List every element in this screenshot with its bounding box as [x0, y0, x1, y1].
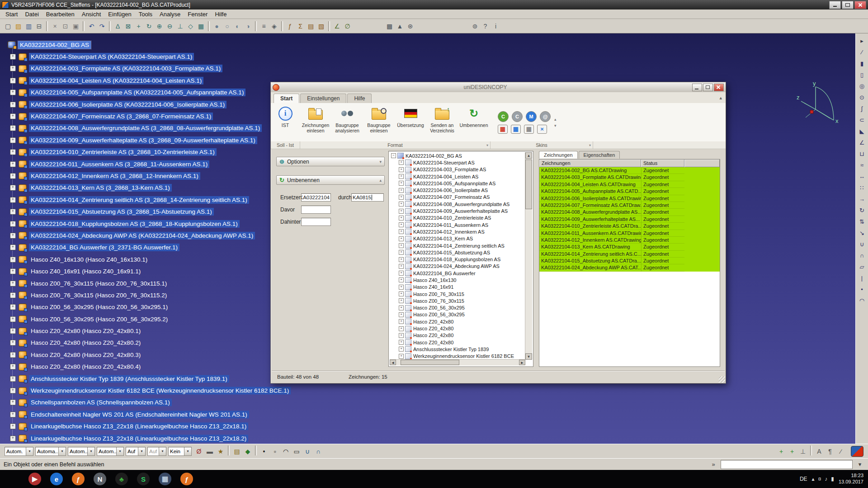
expand-icon[interactable]: +	[399, 188, 404, 193]
taskbar-app-onenote-icon[interactable]: N	[90, 470, 109, 488]
simulation-icon[interactable]: ▲	[395, 20, 405, 32]
shell-icon[interactable]: ⊔	[857, 148, 868, 160]
painter-icon[interactable]: ▬	[204, 446, 215, 457]
dialog-tree-item[interactable]: +KA03222104-Steuerpart AS	[390, 159, 525, 166]
expand-icon[interactable]: +	[10, 102, 16, 108]
menu-start[interactable]: Start	[2, 10, 21, 19]
tree-item[interactable]: +Hasco Z20_42x80 (Hasco Z20_42x80.2)	[10, 337, 291, 349]
pattern-icon[interactable]: ∷	[857, 182, 868, 193]
drawing-row[interactable]: KA03222104-004_Leisten AS.CATDrawingZuge…	[539, 181, 720, 188]
expand-icon[interactable]: +	[10, 113, 16, 119]
chevron-down-icon[interactable]: ▾	[87, 447, 94, 455]
graphic-props-combo-4[interactable]: Autom...▾	[97, 447, 124, 456]
expand-icon[interactable]: +	[399, 271, 404, 276]
pencil-icon[interactable]: ∕	[835, 446, 846, 457]
expand-icon[interactable]: +	[399, 181, 404, 186]
optionen-header[interactable]: ⊚ Optionen ▾	[276, 157, 385, 166]
skin-green-icon[interactable]: C	[498, 111, 509, 122]
graphic-props-combo-1[interactable]: Autom.▾	[5, 447, 33, 456]
command-prompt-icon[interactable]: »	[709, 460, 718, 469]
dialog-tree-item[interactable]: −KA03222104-002_BG AS	[390, 152, 525, 159]
pocket-icon[interactable]: ▯	[857, 69, 868, 80]
expand-icon[interactable]: +	[10, 399, 16, 405]
drawing-row[interactable]: KA03222104-015_Abstuetzung AS.CATDra...Z…	[539, 258, 720, 264]
chevron-down-icon[interactable]: ▾	[58, 447, 66, 455]
copy-icon[interactable]: ⊡	[60, 20, 71, 32]
analysis-icon[interactable]: ▩	[384, 20, 395, 32]
taskbar-app-browser-icon[interactable]: e	[47, 470, 66, 488]
axis-system-icon[interactable]: ⊥	[797, 446, 808, 457]
drawing-row[interactable]: KA03222104-010_Zentrierleiste AS.CATDra.…	[539, 223, 720, 230]
skin-grid-multicolor-icon[interactable]: ▦	[498, 125, 508, 134]
dialog-tree-item[interactable]: +Werkzeuginnendrucksensor Kistler 6182 B…	[390, 353, 525, 360]
maximize-button[interactable]	[842, 1, 854, 9]
skin-grid-gray-icon[interactable]: ▦	[524, 125, 534, 134]
menu-datei[interactable]: Datei	[21, 10, 42, 19]
dialog-tree-item[interactable]: +KA03222104-024_Abdeckung AWP AS	[390, 263, 525, 270]
drawing-row[interactable]: KA03222104-007_Formeinsatz AS.CATDraw...…	[539, 202, 720, 209]
expand-icon[interactable]: +	[10, 304, 16, 310]
tree-item[interactable]: +Hasco Z00_76_30x115 (Hasco Z00_76_30x11…	[10, 289, 291, 301]
dialog-tree-item[interactable]: +Anschlussstecker Kistler Typ 1839	[390, 346, 525, 352]
view-compass[interactable]: y x z	[788, 80, 842, 137]
expand-icon[interactable]: +	[10, 376, 16, 382]
expand-icon[interactable]: +	[10, 412, 16, 418]
expand-icon[interactable]: +	[10, 352, 16, 358]
print-icon[interactable]: ⊟	[34, 20, 44, 32]
tab-einstellungen[interactable]: Einstellungen	[300, 94, 346, 103]
zoom-out-icon[interactable]: ⊖	[165, 20, 175, 32]
magnet-on-icon[interactable]: ∪	[302, 446, 313, 457]
zeichnungen-einlesen-button[interactable]: Zeichnungen einlesen	[300, 103, 331, 141]
dahinter-input[interactable]	[301, 218, 331, 226]
tree-item[interactable]: +Hasco Z00_76_30x115 (Hasco Z00_76_30x11…	[10, 277, 291, 289]
save-icon[interactable]: ▥	[24, 20, 34, 32]
sketcher-icon[interactable]: ∕	[857, 47, 868, 58]
no-graphic-override-icon[interactable]: Ø	[193, 446, 204, 457]
taskbar-app-firefox2-icon[interactable]: ƒ	[177, 470, 196, 488]
expand-icon[interactable]: +	[399, 243, 404, 248]
scroll-right-icon[interactable]: ▶	[519, 360, 525, 365]
dialog-tree-item[interactable]: +KA03222104_BG Auswerfer	[390, 270, 525, 277]
collapse-icon[interactable]: −	[391, 153, 396, 158]
drawing-row[interactable]: KA03222104-024_Abdeckung AWP AS.CAT...Zu…	[539, 264, 720, 271]
dialog-minimize-button[interactable]	[692, 84, 702, 91]
clock[interactable]: 18:23 13.09.2017	[839, 473, 863, 485]
settings-icon[interactable]: ⊚	[470, 20, 480, 32]
rib-icon[interactable]: ∫	[857, 103, 868, 114]
dialog-tree-item[interactable]: +Hasco Z20_42x80	[390, 339, 525, 346]
taskbar-app-media-icon[interactable]: ▶	[25, 470, 44, 488]
expand-icon[interactable]: +	[10, 197, 16, 203]
tree-item[interactable]: +KA03222104-006_Isolierplatte AS (KA0322…	[10, 99, 291, 110]
close-button[interactable]	[854, 1, 866, 9]
pan-icon[interactable]: +	[133, 20, 144, 32]
tree-item[interactable]: +Endschaltereinheit Nagler WS 201 AS (En…	[10, 408, 291, 420]
dialog-tree-item[interactable]: +KA03222104-005_Aufspannplatte AS	[390, 180, 525, 187]
catalog-icon[interactable]: ▤	[231, 446, 242, 457]
dialog-tree-item[interactable]: +KA03222104-009_Auswerferhalteplatte AS	[390, 207, 525, 214]
expand-icon[interactable]: +	[399, 264, 404, 269]
chevron-up-icon[interactable]: ▴	[379, 178, 382, 183]
drawing-row[interactable]: KA03222104-013_Kern AS.CATDrawingZugeord…	[539, 244, 720, 250]
draft-icon[interactable]: ∠	[857, 137, 868, 148]
menu-fenster[interactable]: Fenster	[184, 10, 211, 19]
tree-item[interactable]: +KA03222104-013_Kern AS (3_2868_13-Kern …	[10, 182, 291, 194]
expand-icon[interactable]: +	[10, 388, 16, 394]
expand-icon[interactable]: +	[10, 423, 16, 429]
expand-icon[interactable]: +	[399, 229, 404, 234]
dialog-tree-item[interactable]: +KA03222104-013_Kern AS	[390, 235, 525, 242]
dialog-tree-item[interactable]: +KA03222104-006_Isolierplatte AS	[390, 187, 525, 193]
ersetzen-input[interactable]: KA03222104	[301, 193, 331, 202]
graphic-props-combo-3[interactable]: Autom...▾	[68, 447, 95, 456]
multi-view-icon[interactable]: ▦	[196, 20, 206, 32]
dialog-tree-item[interactable]: +KA03222104-014_Zentrierung seitlich AS	[390, 242, 525, 249]
menu-hilfe[interactable]: Hilfe	[211, 10, 230, 19]
tree-item[interactable]: +KA03222104-011_Aussenkern AS (3_2868_11…	[10, 158, 291, 170]
scroll-up-icon[interactable]: ▲	[525, 152, 532, 159]
dialog-tree-item[interactable]: +Hasco Z00_56_30x295	[390, 311, 525, 318]
tree-item[interactable]: +KA03222104_BG Auswerfer (3_2371-BG Ausw…	[10, 242, 291, 253]
launcher-icon[interactable]: ▾	[486, 143, 488, 147]
plane-tool-icon[interactable]: ▱	[857, 261, 868, 272]
rotate-icon[interactable]: ↻	[144, 20, 154, 32]
expand-icon[interactable]: +	[10, 436, 16, 441]
zoom-in-icon[interactable]: ⊕	[154, 20, 165, 32]
